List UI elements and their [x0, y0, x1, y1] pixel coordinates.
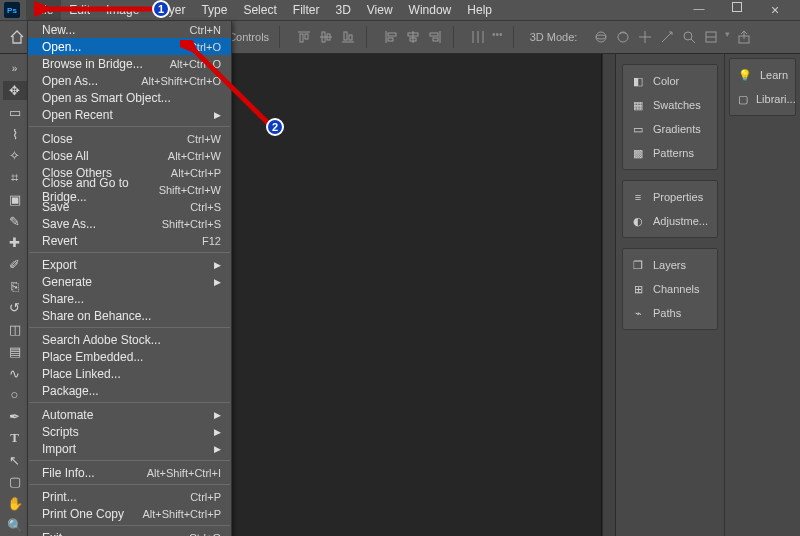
gradients-icon: ▭	[631, 122, 645, 136]
file-menu-new[interactable]: New...Ctrl+N	[28, 21, 231, 38]
3d-roll-icon[interactable]	[615, 29, 631, 45]
file-menu-file-info[interactable]: File Info...Alt+Shift+Ctrl+I	[28, 464, 231, 481]
app-icon: Ps	[4, 2, 20, 18]
dodge-tool[interactable]: ○	[3, 385, 27, 405]
align-hcenter-icon[interactable]	[405, 29, 421, 45]
maximize-button[interactable]	[730, 2, 744, 18]
brush-tool[interactable]: ✐	[3, 255, 27, 275]
blur-tool[interactable]: ∿	[3, 363, 27, 383]
file-menu-open[interactable]: Open...Ctrl+O	[28, 38, 231, 55]
file-menu-place-linked[interactable]: Place Linked...	[28, 365, 231, 382]
panel-paths[interactable]: ⌁Paths	[625, 301, 715, 325]
distribute-h-icon[interactable]	[470, 29, 486, 45]
panel-channels[interactable]: ⊞Channels	[625, 277, 715, 301]
menu-layer[interactable]: Layer	[147, 0, 193, 20]
menu-window[interactable]: Window	[401, 0, 460, 20]
move-tool[interactable]: ✥	[3, 81, 27, 101]
home-icon[interactable]	[8, 28, 26, 46]
panel-color[interactable]: ◧Color	[625, 69, 715, 93]
stamp-tool[interactable]: ⎘	[3, 276, 27, 296]
panel-label: Channels	[653, 283, 699, 295]
panel-gutter-left[interactable]	[602, 54, 616, 536]
menu-3d[interactable]: 3D	[327, 0, 358, 20]
arrange-icon[interactable]	[703, 29, 719, 45]
marquee-tool[interactable]: ▭	[3, 102, 27, 122]
crop-tool[interactable]: ⌗	[3, 168, 27, 188]
file-menu-print[interactable]: Print...Ctrl+P	[28, 488, 231, 505]
svg-rect-1	[300, 34, 303, 42]
file-menu-place-embedded[interactable]: Place Embedded...	[28, 348, 231, 365]
file-menu-print-one-copy[interactable]: Print One CopyAlt+Shift+Ctrl+P	[28, 505, 231, 522]
panel-adjustme[interactable]: ◐Adjustme...	[625, 209, 715, 233]
panel-gradients[interactable]: ▭Gradients	[625, 117, 715, 141]
align-top-icon[interactable]	[296, 29, 312, 45]
wand-tool[interactable]: ✧	[3, 146, 27, 166]
share-icon[interactable]	[736, 29, 752, 45]
menu-image[interactable]: Image	[98, 0, 147, 20]
path-tool[interactable]: ↖	[3, 450, 27, 470]
file-menu-save-as[interactable]: Save As...Shift+Ctrl+S	[28, 215, 231, 232]
type-tool[interactable]: T	[3, 428, 27, 448]
align-left-icon[interactable]	[383, 29, 399, 45]
minimize-button[interactable]: —	[692, 2, 706, 18]
align-bottom-icon[interactable]	[340, 29, 356, 45]
properties-panel-group: ≡Properties◐Adjustme...	[622, 180, 718, 238]
menu-edit[interactable]: Edit	[61, 0, 98, 20]
frame-tool[interactable]: ▣	[3, 189, 27, 209]
file-menu-share[interactable]: Share...	[28, 290, 231, 307]
svg-rect-16	[430, 33, 438, 36]
3d-orbit-icon[interactable]	[593, 29, 609, 45]
file-menu-open-recent[interactable]: Open Recent▶	[28, 106, 231, 123]
menu-view[interactable]: View	[359, 0, 401, 20]
3d-slide-icon[interactable]	[659, 29, 675, 45]
3d-pan-icon[interactable]	[637, 29, 653, 45]
align-vcenter-icon[interactable]	[318, 29, 334, 45]
menu-select[interactable]: Select	[235, 0, 284, 20]
menu-help[interactable]: Help	[459, 0, 500, 20]
paths-icon: ⌁	[631, 306, 645, 320]
file-menu-browse-in-bridge[interactable]: Browse in Bridge...Alt+Ctrl+O	[28, 55, 231, 72]
file-menu-exit[interactable]: ExitCtrl+Q	[28, 529, 231, 536]
gradient-tool[interactable]: ▤	[3, 342, 27, 362]
panel-learn[interactable]: 💡Learn	[732, 63, 793, 87]
menu-filter[interactable]: Filter	[285, 0, 328, 20]
file-menu-close[interactable]: CloseCtrl+W	[28, 130, 231, 147]
file-menu-generate[interactable]: Generate▶	[28, 273, 231, 290]
toolbar-collapse-icon[interactable]: »	[3, 59, 27, 79]
file-menu-open-as-smart-object[interactable]: Open as Smart Object...	[28, 89, 231, 106]
3d-zoom-icon[interactable]	[681, 29, 697, 45]
eraser-tool[interactable]: ◫	[3, 320, 27, 340]
panel-label: Librari...	[756, 93, 796, 105]
svg-point-21	[596, 32, 606, 42]
lasso-tool[interactable]: ⌇	[3, 124, 27, 144]
hand-tool[interactable]: ✋	[3, 494, 27, 514]
learn-icon: 💡	[738, 68, 752, 82]
align-controls	[296, 29, 356, 45]
file-menu-search-adobe-stock[interactable]: Search Adobe Stock...	[28, 331, 231, 348]
file-menu-package[interactable]: Package...	[28, 382, 231, 399]
panel-properties[interactable]: ≡Properties	[625, 185, 715, 209]
file-menu-export[interactable]: Export▶	[28, 256, 231, 273]
file-menu-revert[interactable]: RevertF12	[28, 232, 231, 249]
rect-tool[interactable]: ▢	[3, 472, 27, 492]
eyedropper-tool[interactable]: ✎	[3, 211, 27, 231]
file-menu-automate[interactable]: Automate▶	[28, 406, 231, 423]
menu-type[interactable]: Type	[193, 0, 235, 20]
file-menu-import[interactable]: Import▶	[28, 440, 231, 457]
pen-tool[interactable]: ✒	[3, 407, 27, 427]
file-menu-open-as[interactable]: Open As...Alt+Shift+Ctrl+O	[28, 72, 231, 89]
zoom-tool[interactable]: 🔍	[3, 515, 27, 535]
history-tool[interactable]: ↺	[3, 298, 27, 318]
panel-layers[interactable]: ❐Layers	[625, 253, 715, 277]
panel-librari[interactable]: ▢Librari...	[732, 87, 793, 111]
close-button[interactable]: ×	[768, 2, 782, 18]
file-menu-close-and-go-to-bridge[interactable]: Close and Go to Bridge...Shift+Ctrl+W	[28, 181, 231, 198]
panel-swatches[interactable]: ▦Swatches	[625, 93, 715, 117]
heal-tool[interactable]: ✚	[3, 233, 27, 253]
align-right-icon[interactable]	[427, 29, 443, 45]
file-menu-close-all[interactable]: Close AllAlt+Ctrl+W	[28, 147, 231, 164]
file-menu-scripts[interactable]: Scripts▶	[28, 423, 231, 440]
panel-patterns[interactable]: ▩Patterns	[625, 141, 715, 165]
menu-file[interactable]: File	[26, 0, 61, 20]
file-menu-share-on-behance[interactable]: Share on Behance...	[28, 307, 231, 324]
